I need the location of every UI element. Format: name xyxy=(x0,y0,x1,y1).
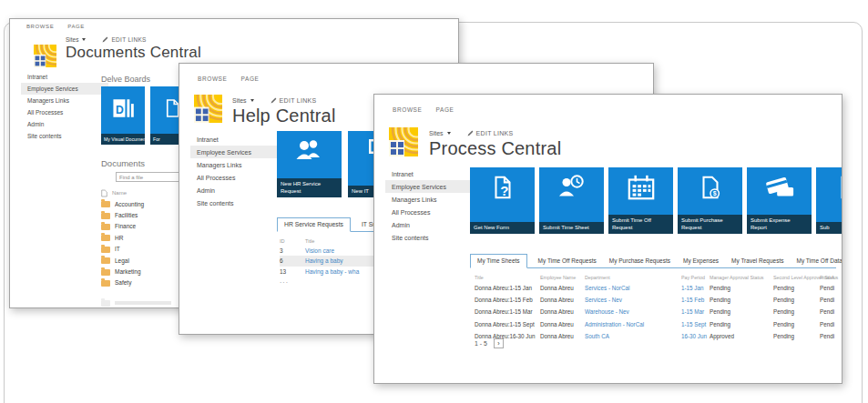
tile-clipped[interactable]: Sub xyxy=(816,167,842,234)
tile-label: Get New Form xyxy=(470,222,535,234)
list-header: Name xyxy=(101,187,187,198)
sidebar-item-intranet[interactable]: Intranet xyxy=(385,167,476,180)
people-icon xyxy=(277,137,342,163)
id-column-header: ID xyxy=(280,238,305,244)
document-dollar-icon: $ xyxy=(678,174,742,201)
sidebar-item-admin[interactable]: Admin xyxy=(21,118,108,130)
sidebar-item-intranet[interactable]: Intranet xyxy=(190,133,281,146)
edit-links-button[interactable]: EDIT LINKS xyxy=(271,97,317,104)
tab-my-time-off-requests[interactable]: My Time Off Requests xyxy=(536,255,598,267)
process-tiles: ? Get New Form Submit Time Sheet Submit … xyxy=(470,167,842,234)
department-link: Services - Nev xyxy=(585,297,681,303)
sidebar-item-employee-services[interactable]: Employee Services xyxy=(21,83,108,95)
delve-boards-heading: Delve Boards xyxy=(101,75,150,84)
tab-my-time-off-data[interactable]: My Time Off Data xyxy=(794,255,842,267)
tile-submit-purchase-request[interactable]: $ Submit Purchase Request xyxy=(678,167,742,234)
pay-period-link: 1-15 Mar xyxy=(681,308,710,315)
sidebar-item-admin[interactable]: Admin xyxy=(385,218,476,231)
table-row[interactable]: Donna Abreu:1-15 MarDonna Abreu Warehous… xyxy=(475,306,839,317)
form-question-icon: ? xyxy=(470,174,535,201)
sidebar-item-intranet[interactable]: Intranet xyxy=(21,71,108,83)
tile-submit-time-sheet[interactable]: Submit Time Sheet xyxy=(539,167,604,234)
sidebar-item-employee-services[interactable]: Employee Services xyxy=(385,180,476,193)
sidebar-item-admin[interactable]: Admin xyxy=(190,184,281,196)
pencil-icon xyxy=(271,97,277,104)
folder-row-safety[interactable]: Safety xyxy=(101,277,187,288)
left-navigation: Intranet Employee Services Managers Link… xyxy=(385,167,476,244)
sidebar-item-all-processes[interactable]: All Processes xyxy=(190,171,281,184)
folder-row-it[interactable]: IT xyxy=(101,244,187,255)
folder-icon xyxy=(101,269,110,276)
next-page-button[interactable]: › xyxy=(494,338,504,348)
pay-period-link: 16-30 Jun xyxy=(681,333,710,339)
folder-icon xyxy=(101,201,110,207)
tile-new-hr-service-request[interactable]: New HR Service Request xyxy=(277,131,342,197)
sidebar-item-all-processes[interactable]: All Processes xyxy=(385,206,476,218)
left-navigation: Intranet Employee Services Managers Link… xyxy=(21,71,108,142)
folder-row-hr[interactable]: HR xyxy=(101,232,187,243)
sidebar-item-managers-links[interactable]: Managers Links xyxy=(21,95,108,106)
tab-my-purchase-requests[interactable]: My Purchase Requests xyxy=(608,255,672,267)
calendar-icon xyxy=(608,174,673,201)
edit-links-button[interactable]: EDIT LINKS xyxy=(102,36,146,43)
tab-my-time-sheets[interactable]: My Time Sheets xyxy=(470,254,527,268)
chevron-down-icon xyxy=(250,99,254,102)
folder-icon xyxy=(101,224,110,230)
page-range-label: 1 - 5 xyxy=(475,340,487,347)
pencil-icon xyxy=(467,130,474,136)
sidebar-item-managers-links[interactable]: Managers Links xyxy=(385,193,476,206)
sites-breadcrumb[interactable]: Sites xyxy=(429,130,451,136)
sidebar-item-site-contents[interactable]: Site contents xyxy=(21,130,108,142)
table-row[interactable]: Donna Abreu:1-15 SeptDonna Abreu Adminis… xyxy=(475,318,839,330)
tab-my-expenses[interactable]: My Expenses xyxy=(681,255,720,267)
folder-row-legal[interactable]: Legal xyxy=(101,255,187,266)
folder-icon xyxy=(101,300,110,307)
ribbon-tab-page[interactable]: PAGE xyxy=(241,76,260,82)
tab-my-travel-requests[interactable]: My Travel Requests xyxy=(730,255,785,267)
department-link: Warehouse - Nev xyxy=(585,308,681,315)
site-logo-icon xyxy=(389,127,418,156)
sidebar-item-employee-services[interactable]: Employee Services xyxy=(190,146,281,158)
sites-breadcrumb[interactable]: Sites xyxy=(66,36,86,43)
folder-row-marketing[interactable]: Marketing xyxy=(101,266,187,277)
tile-label: New HR Service Request xyxy=(277,178,342,197)
page-title: Help Central xyxy=(232,106,336,126)
ribbon-tab-page[interactable]: PAGE xyxy=(436,106,454,113)
folder-row-accounting[interactable]: Accounting xyxy=(101,198,187,209)
table-row[interactable]: Donna Abreu:1-15 FebDonna Abreu Services… xyxy=(475,294,839,306)
department-link: Services - NorCal xyxy=(585,285,681,291)
folder-icon xyxy=(101,235,110,241)
process-central-window: BROWSE PAGE Sites EDIT LINKS Process Cen… xyxy=(373,94,842,384)
ribbon-tab-browse[interactable]: BROWSE xyxy=(198,76,228,82)
table-row[interactable]: Donna Abreu:16-30 JunDonna Abreu South C… xyxy=(475,330,839,342)
time-sheets-table: Title Employee Name Department Pay Perio… xyxy=(475,272,839,342)
ribbon-tab-browse[interactable]: BROWSE xyxy=(393,106,423,113)
pagination: 1 - 5 › xyxy=(475,338,504,348)
folder-icon xyxy=(101,247,110,253)
site-logo-icon xyxy=(34,45,56,67)
sidebar-item-site-contents[interactable]: Site contents xyxy=(190,196,281,209)
name-column-header: Name xyxy=(112,190,127,196)
folder-icon xyxy=(101,257,110,264)
sidebar-item-all-processes[interactable]: All Processes xyxy=(21,106,108,118)
edit-links-button[interactable]: EDIT LINKS xyxy=(467,130,514,136)
tile-my-visual-documents[interactable]: D My Visual Documents xyxy=(101,86,145,145)
tile-submit-expense-report[interactable]: Submit Expense Report xyxy=(747,167,812,234)
documents-list: Name Accounting Facilities Finance HR IT… xyxy=(101,187,187,288)
sidebar-item-site-contents[interactable]: Site contents xyxy=(385,231,476,244)
tile-submit-time-off-request[interactable]: Submit Time Off Request xyxy=(608,167,673,234)
tile-label: Submit Time Off Request xyxy=(608,215,673,234)
find-a-file-input[interactable] xyxy=(116,172,179,182)
ribbon-tab-page[interactable]: PAGE xyxy=(67,24,85,29)
sites-breadcrumb[interactable]: Sites xyxy=(232,97,254,104)
sidebar-item-managers-links[interactable]: Managers Links xyxy=(190,158,281,171)
folder-row-facilities[interactable]: Facilities xyxy=(101,209,187,220)
tile-get-new-form[interactable]: ? Get New Form xyxy=(470,167,535,234)
tab-hr-service-requests[interactable]: HR Service Requests xyxy=(277,217,351,232)
ribbon-tab-browse[interactable]: BROWSE xyxy=(26,24,54,29)
table-row[interactable]: Donna Abreu:1-15 JanDonna Abreu Services… xyxy=(475,282,839,294)
tile-label: Submit Expense Report xyxy=(747,215,812,234)
folder-row-finance[interactable]: Finance xyxy=(101,221,187,232)
department-link: South CA xyxy=(585,333,681,339)
pay-period-link: 1-15 Feb xyxy=(681,297,710,303)
